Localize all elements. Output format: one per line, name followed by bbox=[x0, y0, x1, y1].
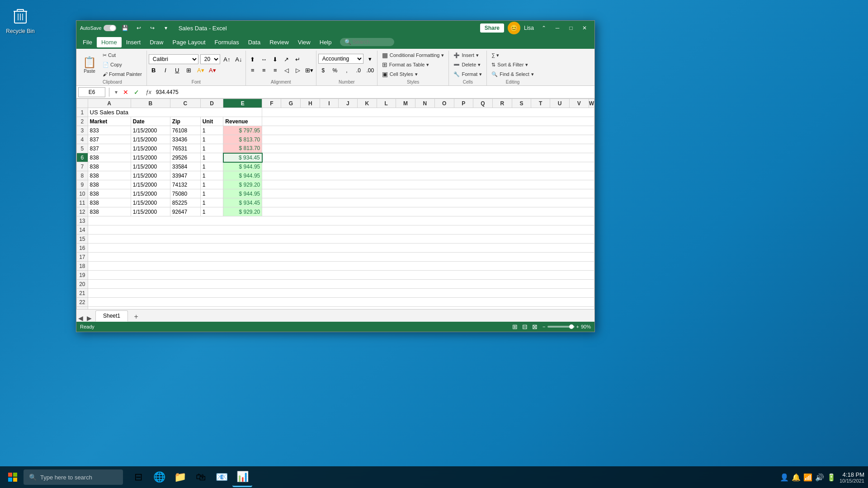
cell-e7[interactable]: $ 944.95 bbox=[223, 162, 262, 171]
decrease-font-button[interactable]: A↓ bbox=[234, 54, 244, 64]
cell-d7[interactable]: 1 bbox=[200, 162, 223, 171]
orientation-button[interactable]: ↗ bbox=[282, 54, 292, 64]
cell-row15[interactable] bbox=[88, 235, 594, 244]
cell-b7[interactable]: 1/15/2000 bbox=[131, 162, 170, 171]
col-header-t[interactable]: T bbox=[531, 99, 550, 108]
cell-row5-rest[interactable] bbox=[262, 144, 594, 153]
menu-data[interactable]: Data bbox=[244, 37, 265, 47]
border-button[interactable]: ⊞ bbox=[184, 65, 194, 75]
fill-color-button[interactable]: A▾ bbox=[196, 65, 206, 75]
cell-a5[interactable]: 837 bbox=[88, 144, 131, 153]
taskbar-notifications-icon[interactable]: 🔔 bbox=[792, 473, 801, 482]
row-header-6[interactable]: 6 bbox=[77, 153, 88, 162]
col-header-r[interactable]: R bbox=[492, 99, 512, 108]
col-header-v[interactable]: V bbox=[570, 99, 589, 108]
conditional-formatting-button[interactable]: ▦ Conditional Formatting ▾ bbox=[379, 51, 447, 60]
cell-d10[interactable]: 1 bbox=[200, 189, 223, 198]
find-select-button[interactable]: 🔍 Find & Select ▾ bbox=[489, 70, 536, 79]
cell-reference-box[interactable]: E6 bbox=[78, 87, 105, 97]
cell-b4[interactable]: 1/15/2000 bbox=[131, 135, 170, 144]
cell-c10[interactable]: 75080 bbox=[170, 189, 200, 198]
col-header-g[interactable]: G bbox=[281, 99, 301, 108]
currency-button[interactable]: $ bbox=[318, 66, 328, 75]
cell-d11[interactable]: 1 bbox=[200, 198, 223, 207]
cell-row11-rest[interactable] bbox=[262, 198, 594, 207]
ribbon-search-input[interactable] bbox=[340, 38, 394, 46]
cell-row20[interactable] bbox=[88, 280, 594, 289]
col-header-p[interactable]: P bbox=[454, 99, 473, 108]
cell-f1-empty[interactable] bbox=[262, 108, 594, 117]
scrollable-area[interactable]: A B C D E F G H I J K L M bbox=[76, 99, 594, 309]
cell-row17[interactable] bbox=[88, 253, 594, 262]
row-header-14[interactable]: 14 bbox=[77, 225, 88, 235]
cell-c4[interactable]: 33436 bbox=[170, 135, 200, 144]
cell-a1[interactable]: US Sales Data bbox=[88, 108, 262, 117]
minimize-button[interactable]: ─ bbox=[551, 23, 564, 33]
row-header-21[interactable]: 21 bbox=[77, 289, 88, 298]
menu-insert[interactable]: Insert bbox=[122, 37, 146, 47]
cell-c11[interactable]: 85225 bbox=[170, 198, 200, 207]
col-header-o[interactable]: O bbox=[434, 99, 454, 108]
col-header-n[interactable]: N bbox=[415, 99, 435, 108]
col-header-q[interactable]: Q bbox=[473, 99, 493, 108]
scroll-sheets-left[interactable]: ◀ bbox=[78, 314, 83, 322]
col-header-c[interactable]: C bbox=[170, 99, 200, 108]
col-header-l[interactable]: L bbox=[377, 99, 396, 108]
cell-row8-rest[interactable] bbox=[262, 171, 594, 180]
row-header-4[interactable]: 4 bbox=[77, 135, 88, 144]
taskbar-store[interactable]: 🛍 bbox=[191, 467, 211, 487]
cell-e8[interactable]: $ 944.95 bbox=[223, 171, 262, 180]
cell-c9[interactable]: 74132 bbox=[170, 180, 200, 189]
cell-d9[interactable]: 1 bbox=[200, 180, 223, 189]
taskbar-excel[interactable]: 📊 bbox=[232, 467, 252, 487]
number-format-expand[interactable]: ▾ bbox=[365, 54, 375, 64]
row-header-2[interactable]: 2 bbox=[77, 117, 88, 126]
redo-button[interactable]: ↪ bbox=[147, 23, 158, 33]
cell-d5[interactable]: 1 bbox=[200, 144, 223, 153]
col-header-e[interactable]: E bbox=[223, 99, 262, 108]
cut-button[interactable]: ✂ Cut bbox=[100, 51, 145, 60]
menu-formulas[interactable]: Formulas bbox=[210, 37, 244, 47]
col-header-d[interactable]: D bbox=[200, 99, 223, 108]
sort-filter-button[interactable]: ⇅ Sort & Filter ▾ bbox=[489, 60, 536, 69]
cell-b2[interactable]: Date bbox=[131, 117, 170, 126]
cell-b9[interactable]: 1/15/2000 bbox=[131, 180, 170, 189]
taskbar-clock[interactable]: 4:18 PM 10/15/2021 bbox=[840, 471, 864, 483]
format-as-table-button[interactable]: ⊞ Format as Table ▾ bbox=[379, 60, 447, 69]
maximize-button[interactable]: □ bbox=[565, 23, 577, 33]
comma-button[interactable]: , bbox=[342, 66, 352, 75]
row-header-16[interactable]: 16 bbox=[77, 244, 88, 253]
cell-e2[interactable]: Revenue bbox=[223, 117, 262, 126]
cell-a4[interactable]: 837 bbox=[88, 135, 131, 144]
menu-file[interactable]: File bbox=[78, 37, 97, 47]
number-format-select[interactable]: Accounting bbox=[318, 54, 363, 64]
cell-d12[interactable]: 1 bbox=[200, 207, 223, 216]
row-header-13[interactable]: 13 bbox=[77, 216, 88, 225]
taskbar-person-icon[interactable]: 👤 bbox=[780, 473, 789, 482]
cell-b6[interactable]: 1/15/2000 bbox=[131, 153, 170, 162]
align-left-button[interactable]: ≡ bbox=[248, 65, 258, 75]
menu-draw[interactable]: Draw bbox=[145, 37, 168, 47]
recycle-bin[interactable]: Recycle Bin bbox=[5, 5, 36, 34]
taskbar-search[interactable]: 🔍 Type here to search bbox=[24, 469, 123, 485]
sheet-tab-sheet1[interactable]: Sheet1 bbox=[95, 310, 128, 322]
cell-d2[interactable]: Unit bbox=[200, 117, 223, 126]
row-header-5[interactable]: 5 bbox=[77, 144, 88, 153]
cell-d3[interactable]: 1 bbox=[200, 126, 223, 135]
autosave-toggle[interactable] bbox=[104, 25, 116, 31]
align-center-button[interactable]: ≡ bbox=[259, 65, 269, 75]
cell-b5[interactable]: 1/15/2000 bbox=[131, 144, 170, 153]
cell-b3[interactable]: 1/15/2000 bbox=[131, 126, 170, 135]
col-header-u[interactable]: U bbox=[550, 99, 570, 108]
row-header-15[interactable]: 15 bbox=[77, 235, 88, 244]
taskbar-edge[interactable]: 🌐 bbox=[149, 467, 169, 487]
font-size-select[interactable]: 20 bbox=[200, 54, 220, 64]
taskbar-mail[interactable]: 📧 bbox=[212, 467, 231, 487]
cell-row10-rest[interactable] bbox=[262, 189, 594, 198]
menu-view[interactable]: View bbox=[293, 37, 315, 47]
cell-a10[interactable]: 838 bbox=[88, 189, 131, 198]
cell-a3[interactable]: 833 bbox=[88, 126, 131, 135]
cell-row12-rest[interactable] bbox=[262, 207, 594, 216]
menu-home[interactable]: Home bbox=[97, 37, 122, 47]
font-name-select[interactable]: Calibri bbox=[149, 54, 198, 64]
